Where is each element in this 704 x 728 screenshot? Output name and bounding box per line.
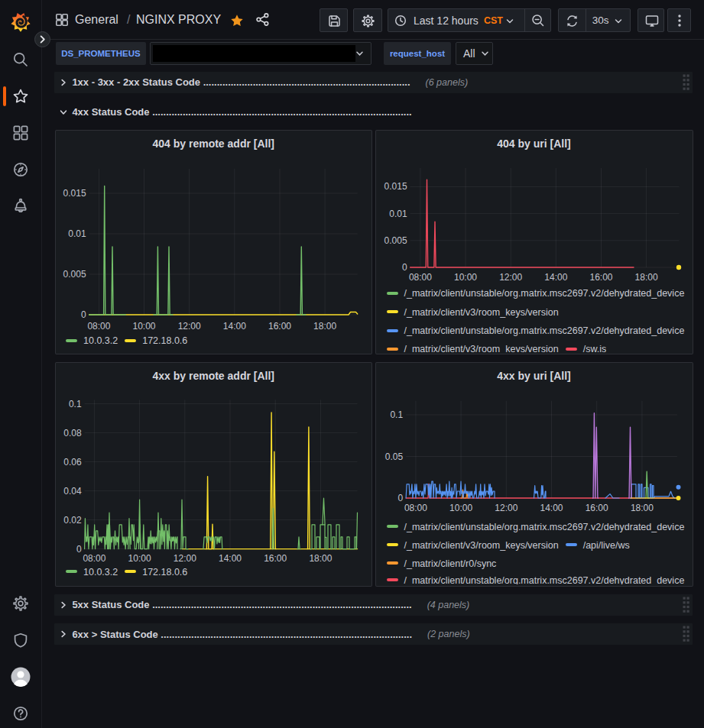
svg-text:10:00: 10:00: [449, 503, 472, 513]
svg-text:0.015: 0.015: [63, 188, 86, 199]
svg-text:14:00: 14:00: [540, 503, 563, 513]
svg-text:12:00: 12:00: [499, 272, 522, 283]
svg-text:08:00: 08:00: [408, 272, 431, 283]
svg-text:0: 0: [397, 493, 403, 503]
svg-text:12:00: 12:00: [174, 553, 196, 564]
svg-text:0: 0: [76, 544, 82, 555]
svg-text:0.06: 0.06: [63, 457, 82, 468]
svg-text:12:00: 12:00: [178, 321, 201, 332]
svg-text:08:00: 08:00: [87, 321, 110, 332]
svg-text:0: 0: [81, 309, 86, 320]
svg-text:0.005: 0.005: [384, 235, 407, 246]
svg-text:18:00: 18:00: [634, 272, 657, 283]
svg-text:12:00: 12:00: [495, 503, 517, 513]
svg-text:0.05: 0.05: [384, 451, 403, 462]
svg-text:10:00: 10:00: [132, 321, 155, 332]
svg-text:16:00: 16:00: [264, 553, 287, 564]
svg-text:10:00: 10:00: [128, 553, 151, 564]
svg-text:0.01: 0.01: [68, 228, 86, 239]
svg-text:14:00: 14:00: [544, 272, 567, 283]
svg-text:08:00: 08:00: [404, 503, 427, 513]
svg-text:16:00: 16:00: [268, 321, 291, 332]
svg-text:16:00: 16:00: [589, 272, 612, 283]
svg-text:0.005: 0.005: [63, 269, 86, 280]
svg-text:08:00: 08:00: [83, 553, 105, 564]
svg-text:14:00: 14:00: [223, 321, 246, 332]
svg-text:0.02: 0.02: [63, 515, 82, 526]
svg-text:0.1: 0.1: [390, 409, 403, 420]
svg-text:14:00: 14:00: [219, 553, 242, 564]
svg-text:0.04: 0.04: [63, 486, 82, 497]
svg-text:0.08: 0.08: [63, 428, 82, 438]
svg-text:0.015: 0.015: [384, 181, 407, 192]
svg-text:0: 0: [401, 262, 407, 273]
svg-text:10:00: 10:00: [453, 272, 476, 283]
svg-text:16:00: 16:00: [585, 503, 608, 513]
svg-text:0.01: 0.01: [389, 209, 407, 219]
svg-text:0.1: 0.1: [69, 399, 82, 409]
svg-text:18:00: 18:00: [313, 321, 336, 332]
svg-text:18:00: 18:00: [309, 553, 332, 564]
svg-text:18:00: 18:00: [630, 503, 653, 513]
